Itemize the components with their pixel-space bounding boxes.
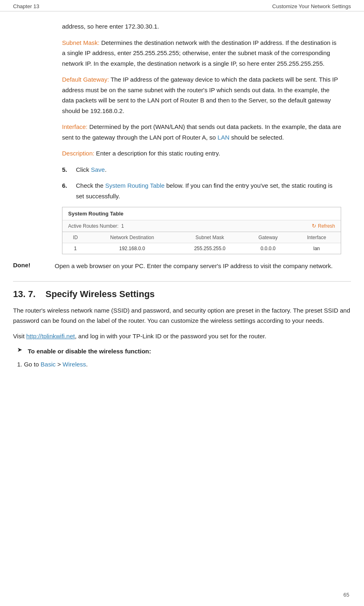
refresh-icon: ↻ [312,223,316,229]
step1-pre: 1. Go to [17,361,41,368]
bullet-item-wireless-function: ➤ To enable or disable the wireless func… [13,346,351,357]
refresh-label: Refresh [318,223,335,229]
page-content: address, so here enter 172.30.30.1. Subn… [0,11,364,382]
step5-save: Save [91,166,105,173]
routing-table: ID Network Destination Subnet Mask Gatew… [62,232,341,254]
table-cell: 255.255.255.0 [176,243,244,254]
active-routes-value: 1 [121,223,124,229]
routing-table-title: System Routing Table [62,207,341,220]
done-section: Done! Open a web browser on your PC. Ent… [13,261,351,271]
page-header: Chapter 13 Customize Your Network Settin… [0,0,364,11]
step1-mid: > [55,361,62,368]
subnet-label: Subnet Mask: [62,39,100,46]
active-routes-meta: Active Routes Number: 1 [68,223,124,229]
description-text: Enter a description for this static rout… [94,150,220,157]
body2-pre: Visit [13,333,26,340]
step5-text: Click [76,166,91,173]
step6-content: Check the System Routing Table below. If… [76,180,341,201]
gateway-label: Default Gateway: [62,76,109,83]
body-para-1: The router's wireless network name (SSID… [13,305,351,326]
section-number: 13. 7. [13,289,36,299]
address-intro-para: address, so here enter 172.30.30.1. [62,21,341,32]
bullet-arrow-icon: ➤ [17,346,24,353]
step5-item: 5. Click Save. [62,164,341,175]
description-label: Description: [62,150,94,157]
bullet-text: To enable or disable the wireless functi… [28,346,151,357]
step6-link: System Routing Table [105,182,165,189]
bullet-bold-text: To enable or disable the wireless functi… [28,348,151,355]
step5-content: Click Save. [76,164,107,175]
active-routes-label: Active Routes Number: [68,223,118,229]
done-text: Open a web browser on your PC. Enter the… [55,261,351,271]
table-cell: 0.0.0.0 [244,243,292,254]
address-intro-text: address, so here enter 172.30.30.1. [62,23,159,30]
body-para-2: Visit http://tplinkwifi.net, and log in … [13,331,351,342]
body2-post: , and log in with your TP-Link ID or the… [75,333,266,340]
col-gateway: Gateway [244,232,292,243]
subnet-text: Determines the destination network with … [62,39,337,67]
table-cell: lan [293,243,341,254]
step1-wireless-link: Wireless [62,361,86,368]
refresh-button[interactable]: ↻ Refresh [312,223,335,229]
description-para: Description: Enter a description for thi… [62,148,341,159]
step6-item: 6. Check the System Routing Table below.… [62,180,341,201]
step6-text: Check the [76,182,105,189]
main-text-block: address, so here enter 172.30.30.1. Subn… [62,21,341,254]
page-number: 65 [344,592,349,598]
section-divider [13,281,351,282]
interface-text: Determined by the port (WAN/LAN) that se… [62,123,341,141]
section-title: Specify Wireless Settings [46,289,155,299]
routing-table-container: System Routing Table Active Routes Numbe… [62,207,341,254]
interface-text2: should be selected. [229,134,284,141]
step5-end: . [105,166,107,173]
step5-num: 5. [62,164,72,175]
section-heading: 13. 7. Specify Wireless Settings [13,289,351,300]
tplinkwifi-link[interactable]: http://tplinkwifi.net [26,333,75,340]
col-interface: Interface [293,232,341,243]
col-id: ID [62,232,88,243]
step1-end: . [86,361,88,368]
table-row: 1192.168.0.0255.255.255.00.0.0.0lan [62,243,341,254]
table-cell: 1 [62,243,88,254]
routing-table-meta: Active Routes Number: 1 ↻ Refresh [62,220,341,232]
chapter-label: Chapter 13 [13,3,39,9]
lan-link: LAN [218,134,229,141]
step1-wireless: 1. Go to Basic > Wireless. [13,361,351,368]
table-cell: 192.168.0.0 [88,243,176,254]
interface-label: Interface: [62,123,88,130]
step6-num: 6. [62,180,72,201]
gateway-para: Default Gateway: The IP address of the g… [62,74,341,116]
done-label: Done! [13,261,42,269]
col-network-dest: Network Destination [88,232,176,243]
step1-basic-link: Basic [41,361,56,368]
table-header-row: ID Network Destination Subnet Mask Gatew… [62,232,341,243]
subnet-para: Subnet Mask: Determines the destination … [62,38,341,69]
col-subnet-mask: Subnet Mask [176,232,244,243]
interface-para: Interface: Determined by the port (WAN/L… [62,122,341,142]
chapter-title: Customize Your Network Settings [272,3,351,9]
